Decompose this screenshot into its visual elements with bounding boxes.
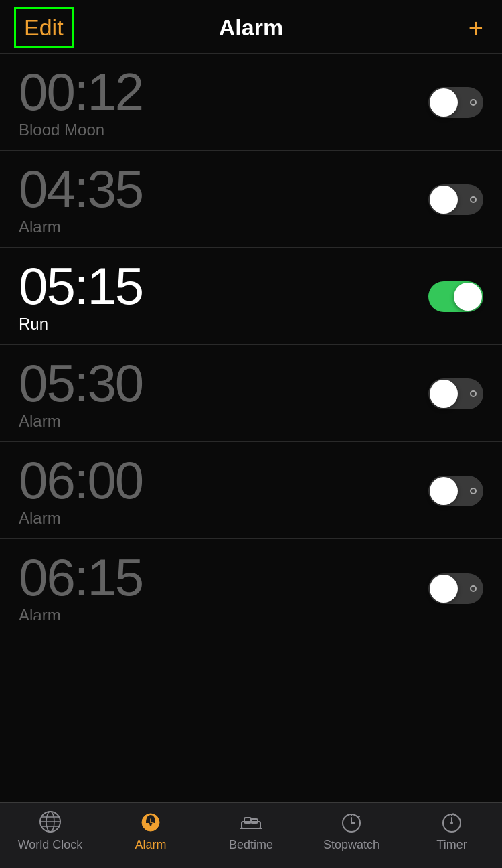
- alarm-time: 06:15: [19, 551, 143, 603]
- alarm-toggle[interactable]: [428, 184, 483, 215]
- tab-bedtime[interactable]: Bedtime: [201, 810, 301, 852]
- tab-stopwatch[interactable]: Stopwatch: [301, 810, 402, 852]
- alarm-label: Alarm: [19, 412, 143, 431]
- alarm-info: 05:15 Run: [19, 260, 143, 334]
- alarm-item[interactable]: 06:15 Alarm: [0, 539, 502, 620]
- toggle-circle-indicator: [470, 390, 477, 397]
- svg-line-21: [358, 816, 359, 818]
- stopwatch-label: Stopwatch: [323, 838, 380, 852]
- alarm-label: Run: [19, 315, 143, 334]
- toggle-circle-indicator: [470, 196, 477, 203]
- alarm-label: Alarm: [19, 509, 143, 528]
- toggle-knob: [430, 380, 458, 408]
- svg-point-8: [150, 824, 152, 826]
- alarm-toggle[interactable]: [428, 476, 483, 506]
- alarm-time: 05:30: [19, 357, 143, 409]
- alarm-icon: [139, 810, 163, 834]
- page-title: Alarm: [219, 15, 283, 41]
- alarm-toggle[interactable]: [428, 573, 483, 604]
- toggle-knob: [430, 88, 458, 117]
- alarm-item[interactable]: 05:15 Run: [0, 248, 502, 345]
- toggle-knob: [430, 186, 458, 214]
- alarm-time: 06:00: [19, 454, 143, 506]
- add-alarm-button[interactable]: +: [469, 15, 483, 41]
- alarm-label: Alarm: [19, 606, 143, 620]
- bedtime-label: Bedtime: [229, 838, 273, 852]
- bedtime-icon: [239, 810, 263, 834]
- tab-timer[interactable]: Timer: [402, 810, 502, 852]
- alarm-list: 00:12 Blood Moon 04:35 Alarm 05:15 Run: [0, 54, 502, 620]
- edit-button[interactable]: Edit: [19, 12, 69, 44]
- alarm-label: Blood Moon: [19, 121, 143, 139]
- timer-icon: [440, 810, 464, 834]
- alarm-time: 00:12: [19, 66, 143, 118]
- alarm-item[interactable]: 05:30 Alarm: [0, 345, 502, 442]
- alarm-label: Alarm: [19, 218, 143, 236]
- world-clock-label: World Clock: [18, 838, 83, 852]
- tab-bar: World Clock Alarm: [0, 802, 502, 868]
- alarm-label: Alarm: [135, 838, 166, 852]
- alarm-info: 00:12 Blood Moon: [19, 66, 143, 139]
- alarm-info: 06:00 Alarm: [19, 454, 143, 528]
- alarm-info: 05:30 Alarm: [19, 357, 143, 431]
- alarm-time: 04:35: [19, 163, 143, 215]
- alarm-item[interactable]: 00:12 Blood Moon: [0, 54, 502, 151]
- alarm-info: 06:15 Alarm: [19, 551, 143, 620]
- alarm-toggle[interactable]: [428, 281, 483, 312]
- toggle-knob: [454, 283, 482, 311]
- tab-alarm[interactable]: Alarm: [100, 810, 201, 852]
- toggle-knob: [430, 575, 458, 603]
- alarm-info: 04:35 Alarm: [19, 163, 143, 236]
- toggle-circle-indicator: [470, 585, 477, 592]
- toggle-circle-indicator: [470, 488, 477, 494]
- header: Edit Alarm +: [0, 0, 502, 54]
- toggle-on-indicator: [438, 292, 440, 301]
- timer-label: Timer: [436, 838, 467, 852]
- toggle-circle-indicator: [470, 99, 477, 106]
- alarm-item[interactable]: 06:00 Alarm: [0, 442, 502, 539]
- alarm-item[interactable]: 04:35 Alarm: [0, 151, 502, 248]
- tab-world-clock[interactable]: World Clock: [0, 810, 100, 852]
- alarm-time: 05:15: [19, 260, 143, 312]
- world-clock-icon: [38, 810, 62, 834]
- alarm-toggle[interactable]: [428, 378, 483, 409]
- stopwatch-icon: [339, 810, 363, 834]
- toggle-knob: [430, 477, 458, 505]
- svg-point-24: [450, 822, 453, 824]
- alarm-toggle[interactable]: [428, 87, 483, 118]
